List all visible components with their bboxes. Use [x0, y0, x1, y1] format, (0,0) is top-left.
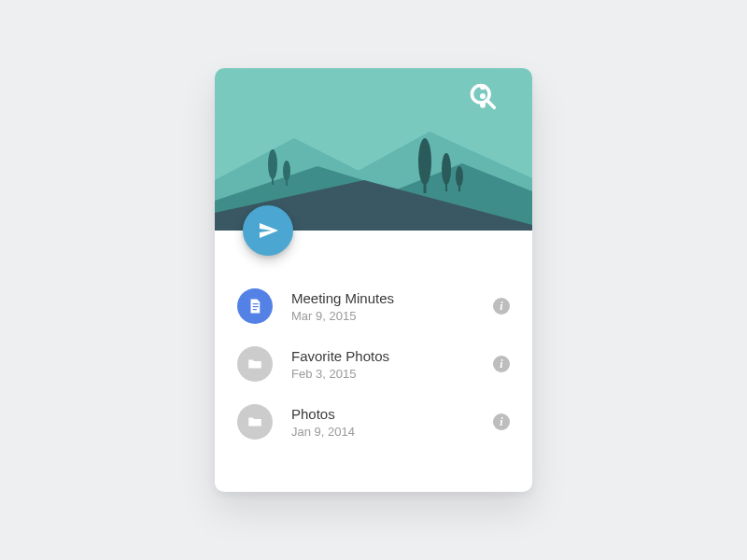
svg-rect-15	[458, 184, 460, 191]
svg-rect-22	[253, 306, 259, 307]
svg-point-8	[283, 161, 290, 181]
list-item[interactable]: Photos Jan 9, 2014 i	[237, 393, 510, 451]
svg-rect-9	[286, 178, 288, 186]
item-text: Favorite Photos Feb 3, 2015	[291, 347, 474, 381]
info-icon[interactable]: i	[493, 413, 510, 430]
svg-point-19	[480, 93, 486, 99]
info-icon[interactable]: i	[493, 298, 510, 315]
svg-point-6	[268, 149, 277, 179]
folder-icon	[237, 346, 273, 382]
item-title: Meeting Minutes	[291, 289, 474, 308]
svg-rect-21	[253, 303, 259, 304]
svg-rect-11	[424, 180, 427, 193]
svg-rect-23	[253, 309, 257, 310]
item-subtitle: Feb 3, 2015	[291, 367, 474, 381]
item-title: Photos	[291, 405, 474, 424]
item-text: Photos Jan 9, 2014	[291, 405, 474, 439]
svg-rect-13	[445, 182, 447, 191]
item-subtitle: Mar 9, 2015	[291, 309, 474, 323]
header-actions	[444, 79, 521, 113]
file-list: Meeting Minutes Mar 9, 2015 i Favorite P…	[215, 231, 532, 451]
list-item[interactable]: Favorite Photos Feb 3, 2015 i	[237, 335, 510, 393]
item-title: Favorite Photos	[291, 347, 474, 366]
more-vert-icon[interactable]	[487, 79, 521, 113]
svg-point-14	[456, 166, 463, 187]
file-card: Meeting Minutes Mar 9, 2015 i Favorite P…	[215, 68, 532, 492]
doc-icon	[237, 288, 273, 324]
item-text: Meeting Minutes Mar 9, 2015	[291, 289, 474, 323]
svg-point-20	[480, 103, 486, 108]
folder-icon	[237, 404, 273, 440]
svg-point-12	[442, 153, 451, 185]
item-subtitle: Jan 9, 2014	[291, 425, 474, 439]
list-item[interactable]: Meeting Minutes Mar 9, 2015 i	[237, 277, 510, 335]
info-icon[interactable]: i	[493, 356, 510, 372]
svg-point-10	[418, 138, 431, 185]
svg-point-18	[480, 84, 486, 90]
svg-rect-7	[272, 175, 274, 185]
send-fab[interactable]	[243, 205, 293, 256]
